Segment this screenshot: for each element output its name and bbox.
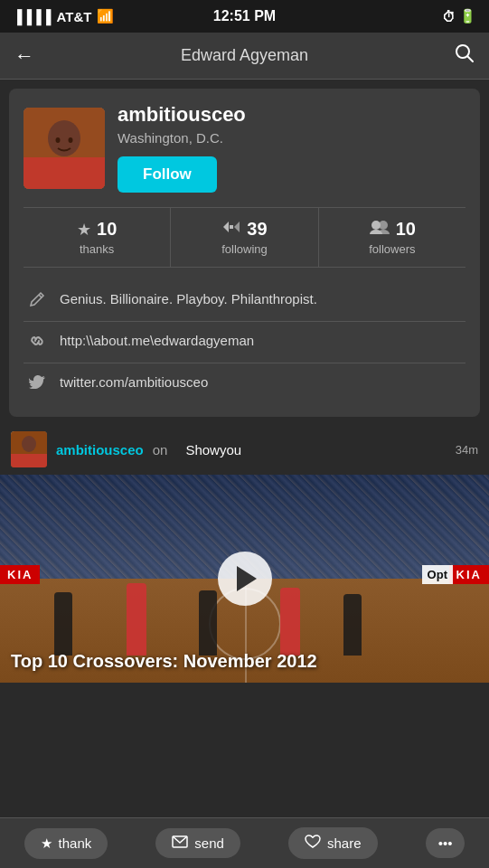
link-icon [27,333,47,354]
avatar-svg [24,108,105,189]
profile-username: ambitiousceo [118,103,465,127]
post-platform: Showyou [185,442,241,458]
twitter-svg [29,374,45,389]
heart-svg [305,835,321,849]
svg-rect-19 [11,454,47,467]
nav-title: Edward Agyeman [181,46,308,65]
followers-count: 10 [396,219,416,240]
profile-location: Washington, D.C. [118,130,465,146]
followers-icon [369,220,390,239]
twitter-icon [27,374,47,393]
thank-button[interactable]: ★ thank [24,828,108,859]
bio-row: Genius. Billionaire. Playboy. Philanthro… [24,280,465,322]
twitter-text: twitter.com/ambitiousceo [60,373,208,392]
carrier-label: AT&T [57,9,92,24]
avatar [24,108,105,189]
envelope-icon [172,835,188,851]
stat-thanks-top: ★ 10 [77,219,117,240]
post-username[interactable]: ambitiousceo [56,442,144,458]
website-row[interactable]: http:\\about.me\edwardagyeman [24,322,465,363]
stat-thanks[interactable]: ★ 10 thanks [24,208,171,267]
star-icon: ★ [77,220,91,240]
post-avatar-svg [11,431,47,467]
avatar-image [24,108,105,189]
envelope-svg [172,835,188,848]
followers-label: followers [369,242,415,256]
kia-ad-right: KIA [449,565,489,584]
link-svg [29,333,45,349]
status-left: ▐▐▐▐ AT&T 📶 [13,8,114,24]
thank-label: thank [59,835,92,851]
play-triangle-icon [237,566,257,591]
player1 [54,592,72,656]
search-button[interactable] [455,43,475,68]
back-button[interactable]: ← [14,44,34,68]
svg-marker-9 [223,222,229,232]
svg-line-1 [468,57,474,62]
status-bar: ▐▐▐▐ AT&T 📶 12:51 PM ⏱ 🔋 [0,0,489,33]
opt-ad: Opt [422,565,453,584]
signal-icon: ▐▐▐▐ [13,9,52,24]
stat-followers-top: 10 [369,219,416,240]
svg-rect-6 [24,157,105,189]
kia-ad-left: KIA [0,565,40,584]
stats-row: ★ 10 thanks 39 following [24,207,465,268]
pencil-icon [27,291,47,312]
svg-marker-11 [234,222,240,232]
video-title: Top 10 Crossovers: November 2012 [11,651,317,672]
following-svg [221,220,241,234]
pencil-svg [29,291,45,307]
profile-top: ambitiousceo Washington, D.C. Follow [24,103,465,193]
post-avatar [11,431,47,467]
following-label: following [221,242,268,256]
website-text: http:\\about.me\edwardagyeman [60,331,254,350]
profile-info: ambitiousceo Washington, D.C. Follow [118,103,465,193]
share-button[interactable]: share [288,827,378,859]
player4 [280,588,300,656]
more-label: ••• [438,835,453,851]
following-icon [221,220,241,239]
bottom-spacer [0,683,489,741]
player2 [127,583,146,656]
bio-text: Genius. Billionaire. Playboy. Philanthro… [60,289,317,308]
svg-point-13 [379,221,388,230]
profile-card: ambitiousceo Washington, D.C. Follow ★ 1… [9,89,480,417]
post-time: 34m [456,443,478,457]
svg-point-18 [22,436,36,452]
heart-icon [305,835,321,852]
twitter-row[interactable]: twitter.com/ambitiousceo [24,363,465,402]
post-on-label: on [153,442,168,458]
following-count: 39 [247,219,267,240]
wifi-icon: 📶 [97,8,114,24]
play-button[interactable] [218,552,272,606]
svg-point-7 [56,137,61,143]
post-header: ambitiousceo on Showyou 34m [0,424,489,475]
stat-followers[interactable]: 10 followers [319,208,465,267]
status-right: ⏱ 🔋 [442,8,476,24]
thanks-label: thanks [80,242,114,256]
stat-following-top: 39 [221,219,267,240]
star-action-icon: ★ [41,835,52,852]
player3 [199,590,217,656]
player5 [343,594,362,656]
share-label: share [327,835,362,851]
thanks-count: 10 [97,219,117,240]
svg-point-8 [69,137,73,143]
followers-svg [369,220,390,234]
battery-icon: 🔋 [459,8,476,24]
send-button[interactable]: send [155,828,240,858]
status-time: 12:51 PM [213,8,276,24]
svg-line-16 [39,295,42,297]
search-icon [455,43,475,63]
more-button[interactable]: ••• [426,828,465,858]
clock-icon: ⏱ [442,9,456,24]
nav-bar: ← Edward Agyeman [0,33,489,80]
follow-button[interactable]: Follow [118,156,217,193]
svg-rect-10 [230,225,233,229]
post-avatar-image [11,431,47,467]
send-label: send [194,835,224,851]
action-bar: ★ thank send share ••• [0,817,489,868]
video-container[interactable]: KIA Opt KIA Top 10 Crossovers: November … [0,475,489,683]
stat-following[interactable]: 39 following [171,208,318,267]
